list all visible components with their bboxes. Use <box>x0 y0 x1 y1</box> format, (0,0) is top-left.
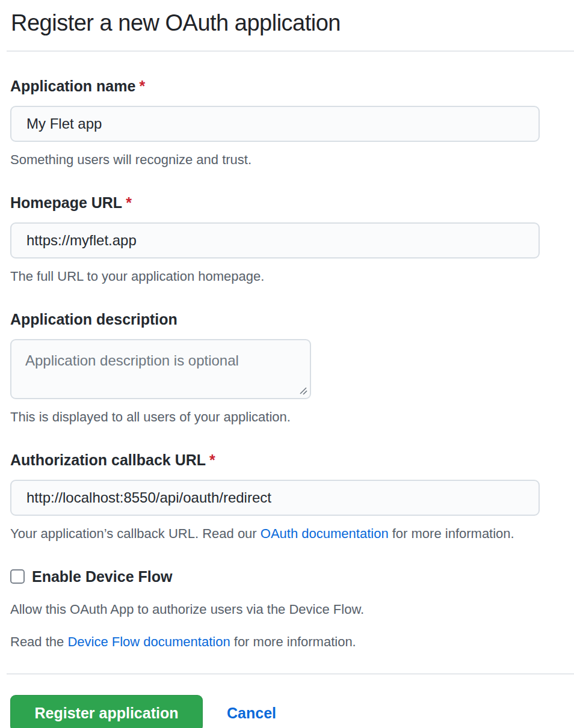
device-flow-row: Enable Device Flow <box>10 567 574 586</box>
application-name-label: Application name* <box>10 77 574 95</box>
page-title: Register a new OAuth application <box>11 8 574 37</box>
application-description-label-text: Application description <box>10 311 177 328</box>
required-asterisk: * <box>139 78 145 94</box>
application-name-label-text: Application name <box>10 78 135 94</box>
application-description-textarea[interactable] <box>10 339 311 399</box>
cancel-link[interactable]: Cancel <box>227 705 276 722</box>
register-application-button[interactable]: Register application <box>10 695 203 728</box>
callback-url-help: Your application’s callback URL. Read ou… <box>10 525 574 542</box>
oauth-documentation-link[interactable]: OAuth documentation <box>261 526 389 541</box>
oauth-registration-form: Register a new OAuth application Applica… <box>0 8 574 728</box>
application-name-help: Something users will recognize and trust… <box>10 151 574 168</box>
homepage-url-input[interactable] <box>10 222 540 258</box>
device-flow-read-prefix: Read the <box>10 634 67 649</box>
callback-url-label: Authorization callback URL* <box>10 451 574 469</box>
device-flow-checkbox[interactable] <box>10 569 25 584</box>
device-flow-read-suffix: for more information. <box>230 634 356 649</box>
homepage-url-help: The full URL to your application homepag… <box>10 268 574 285</box>
title-divider <box>7 50 574 52</box>
device-flow-label: Enable Device Flow <box>32 567 172 586</box>
homepage-url-label-text: Homepage URL <box>10 194 122 211</box>
actions-divider <box>7 673 574 674</box>
form-actions: Register application Cancel <box>10 695 574 728</box>
application-description-wrap <box>10 339 311 399</box>
callback-url-help-suffix: for more information. <box>389 526 514 541</box>
callback-url-input[interactable] <box>10 480 540 516</box>
callback-url-label-text: Authorization callback URL <box>10 451 206 468</box>
required-asterisk: * <box>209 451 215 468</box>
device-flow-documentation-link[interactable]: Device Flow documentation <box>67 634 230 649</box>
application-name-input[interactable] <box>10 106 540 142</box>
callback-url-help-prefix: Your application’s callback URL. Read ou… <box>10 526 261 541</box>
homepage-url-label: Homepage URL* <box>10 194 574 212</box>
device-flow-read-more: Read the Device Flow documentation for m… <box>10 634 574 650</box>
application-description-help: This is displayed to all users of your a… <box>10 409 574 426</box>
required-asterisk: * <box>126 194 132 211</box>
application-description-label: Application description <box>10 310 574 328</box>
device-flow-help: Allow this OAuth App to authorize users … <box>10 601 574 618</box>
